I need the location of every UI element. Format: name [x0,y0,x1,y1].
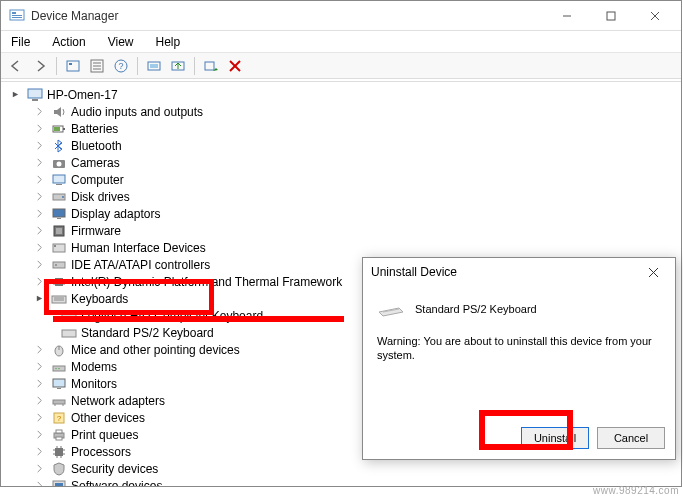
svg-rect-33 [53,209,65,217]
keyboard-icon [377,300,405,318]
scan-hardware-button[interactable] [143,55,165,77]
svg-point-54 [55,367,57,369]
forward-button[interactable] [29,55,51,77]
expand-icon[interactable] [33,208,45,220]
tree-label: Bluetooth [71,139,122,153]
menubar: File Action View Help [1,31,681,53]
expand-icon[interactable] [33,123,45,135]
minimize-button[interactable] [545,2,589,30]
update-driver-button[interactable] [167,55,189,77]
svg-point-40 [55,264,57,266]
close-button[interactable] [633,2,677,30]
expand-icon[interactable] [33,463,45,475]
uninstall-button[interactable]: Uninstall [521,427,589,449]
tree-node-bluetooth[interactable]: Bluetooth [9,137,679,154]
expand-icon[interactable] [33,429,45,441]
svg-rect-66 [55,448,63,456]
other-devices-icon: ? [51,410,67,426]
tree-node-disk[interactable]: Disk drives [9,188,679,205]
tree-label: Print queues [71,428,138,442]
expand-icon[interactable] [33,259,45,271]
help-button[interactable]: ? [110,55,132,77]
expand-icon[interactable] [33,480,45,487]
svg-rect-26 [54,127,60,131]
back-button[interactable] [5,55,27,77]
expand-icon[interactable] [33,242,45,254]
keyboard-icon [61,325,77,341]
dialog-titlebar: Uninstall Device [363,258,675,286]
expand-icon[interactable] [33,412,45,424]
cancel-button[interactable]: Cancel [597,427,665,449]
dialog-close-button[interactable] [639,260,667,284]
battery-icon [51,121,67,137]
tree-label: Modems [71,360,117,374]
svg-rect-65 [56,437,62,440]
tree-root-node[interactable]: HP-Omen-17 [9,86,679,103]
disk-icon [51,189,67,205]
svg-marker-81 [379,308,403,316]
expand-icon[interactable] [33,361,45,373]
properties-button[interactable] [86,55,108,77]
svg-rect-38 [54,245,56,247]
expand-icon[interactable] [33,140,45,152]
computer-icon [51,172,67,188]
display-icon [51,206,67,222]
tree-node-cameras[interactable]: Cameras [9,154,679,171]
svg-text:?: ? [57,414,62,423]
expand-icon[interactable] [33,276,45,288]
expand-icon[interactable] [33,378,45,390]
tree-node-display[interactable]: Display adaptors [9,205,679,222]
collapse-icon[interactable] [33,293,45,305]
menu-view[interactable]: View [104,33,138,51]
tree-label: Standard PS/2 Keyboard [81,326,214,340]
tree-label: IDE ATA/ATAPI controllers [71,258,210,272]
tree-node-firmware[interactable]: Firmware [9,222,679,239]
firmware-icon [51,223,67,239]
enable-device-button[interactable] [200,55,222,77]
svg-rect-23 [32,99,38,101]
computer-icon [27,87,43,103]
dialog-body: Standard PS/2 Keyboard Warning: You are … [363,286,675,371]
expand-icon[interactable] [33,174,45,186]
menu-help[interactable]: Help [152,33,185,51]
watermark: www.989214.com [593,485,679,496]
dialog-buttons: Uninstall Cancel [521,427,665,449]
expand-icon[interactable] [33,157,45,169]
menu-file[interactable]: File [7,33,34,51]
svg-rect-22 [28,89,42,98]
svg-rect-57 [57,388,61,389]
expand-icon[interactable] [33,191,45,203]
tree-label: Mice and other pointing devices [71,343,240,357]
svg-rect-19 [205,62,214,70]
expand-icon[interactable] [33,446,45,458]
svg-point-28 [57,161,62,166]
tree-node-hid[interactable]: Human Interface Devices [9,239,679,256]
svg-rect-3 [12,17,22,18]
svg-rect-56 [53,379,65,387]
tree-node-audio[interactable]: Audio inputs and outputs [9,103,679,120]
expand-icon[interactable] [33,395,45,407]
dialog-device-name: Standard PS/2 Keyboard [415,303,537,315]
monitor-icon [51,376,67,392]
tree-root-label: HP-Omen-17 [47,88,118,102]
tree-label: Disk drives [71,190,130,204]
svg-rect-58 [53,400,65,404]
uninstall-device-button[interactable] [224,55,246,77]
tree-label: Network adapters [71,394,165,408]
maximize-button[interactable] [589,2,633,30]
tree-node-computer[interactable]: Computer [9,171,679,188]
show-hidden-button[interactable] [62,55,84,77]
collapse-icon[interactable] [9,89,21,101]
tree-node-software[interactable]: Software devices [9,477,679,486]
expand-icon[interactable] [33,344,45,356]
tree-node-batteries[interactable]: Batteries [9,120,679,137]
hid-icon [51,240,67,256]
expand-icon[interactable] [33,106,45,118]
tree-node-security[interactable]: Security devices [9,460,679,477]
svg-point-55 [58,367,60,369]
titlebar: Device Manager [1,1,681,31]
expand-icon[interactable] [33,225,45,237]
menu-action[interactable]: Action [48,33,89,51]
printer-icon [51,427,67,443]
tree-label: Batteries [71,122,118,136]
